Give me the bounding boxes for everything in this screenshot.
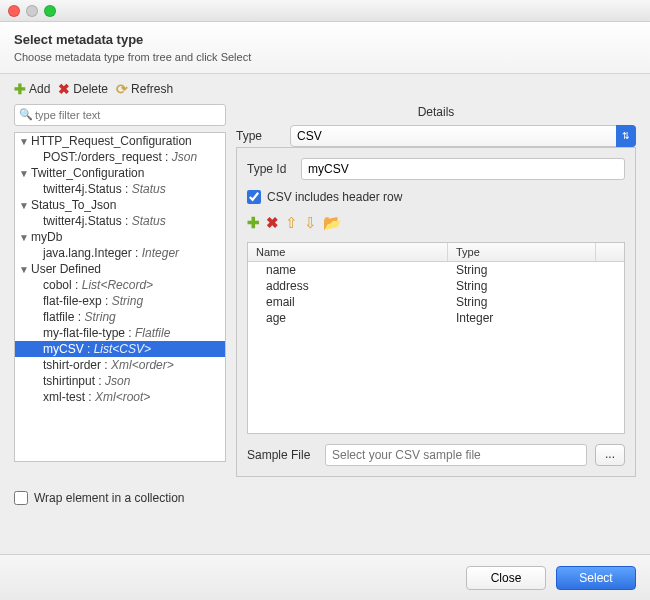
add-button[interactable]: ✚ Add [14, 82, 50, 96]
tree-item-type: List<Record> [82, 278, 153, 292]
tree-group-label: User Defined [31, 262, 101, 276]
tree-item-type: Integer [142, 246, 179, 260]
tree-item-name: tshirt-order [43, 358, 101, 372]
tree-item[interactable]: cobol : List<Record> [15, 277, 225, 293]
x-icon: ✖ [58, 82, 70, 96]
tree-item-name: twitter4j.Status [43, 182, 122, 196]
tree-item-type: String [84, 310, 115, 324]
sample-file-input[interactable] [325, 444, 587, 466]
tree-group-label: HTTP_Request_Configuration [31, 134, 192, 148]
tree-group[interactable]: ▼Twitter_Configuration [15, 165, 225, 181]
tree-item[interactable]: flatfile : String [15, 309, 225, 325]
toolbar: ✚ Add ✖ Delete ⟳ Refresh [0, 74, 650, 104]
tree-item[interactable]: tshirt-order : Xml<order> [15, 357, 225, 373]
tree-item-name: java.lang.Integer [43, 246, 132, 260]
tree-item[interactable]: flat-file-exp : String [15, 293, 225, 309]
tree-item-type: Json [172, 150, 197, 164]
tree-item-name: cobol [43, 278, 72, 292]
tree-item[interactable]: java.lang.Integer : Integer [15, 245, 225, 261]
cell-name: name [248, 262, 448, 278]
csv-header-checkbox-input[interactable] [247, 190, 261, 204]
dialog-subtitle: Choose metadata type from tree and click… [14, 51, 636, 63]
type-select[interactable]: CSV [290, 125, 636, 147]
tree-item[interactable]: xml-test : Xml<root> [15, 389, 225, 405]
tree-item[interactable]: POST:/orders_request : Json [15, 149, 225, 165]
cell-name: age [248, 310, 448, 326]
tree-group-label: myDb [31, 230, 62, 244]
close-button[interactable]: Close [466, 566, 546, 590]
window-titlebar [0, 0, 650, 22]
tree-item-type: Flatfile [135, 326, 170, 340]
csv-header-checkbox[interactable]: CSV includes header row [247, 190, 625, 204]
dialog-footer: Close Select [0, 554, 650, 600]
window-close-icon[interactable] [8, 5, 20, 17]
tree-group-label: Status_To_Json [31, 198, 116, 212]
wrap-checkbox[interactable] [14, 491, 28, 505]
tree-group-label: Twitter_Configuration [31, 166, 144, 180]
sample-file-label: Sample File [247, 448, 317, 462]
select-button[interactable]: Select [556, 566, 636, 590]
details-heading: Details [236, 105, 636, 119]
disclosure-icon: ▼ [19, 168, 29, 179]
delete-button-label: Delete [73, 82, 108, 96]
tree-item-type: Status [132, 182, 166, 196]
tree-item[interactable]: twitter4j.Status : Status [15, 213, 225, 229]
typeid-input[interactable] [301, 158, 625, 180]
cell-name: address [248, 278, 448, 294]
tree-item[interactable]: tshirtinput : Json [15, 373, 225, 389]
tree-item-name: tshirtinput [43, 374, 95, 388]
disclosure-icon: ▼ [19, 136, 29, 147]
field-add-icon[interactable]: ✚ [247, 214, 260, 232]
disclosure-icon: ▼ [19, 200, 29, 211]
tree-item-type: Json [105, 374, 130, 388]
fields-table: Name Type nameStringaddressStringemailSt… [247, 242, 625, 434]
cell-type: String [448, 278, 624, 294]
tree-item-name: xml-test [43, 390, 85, 404]
cell-type: String [448, 294, 624, 310]
wrap-label: Wrap element in a collection [34, 491, 185, 505]
csv-header-label: CSV includes header row [267, 190, 402, 204]
tree-item-name: flatfile [43, 310, 74, 324]
typeid-label: Type Id [247, 162, 293, 176]
tree-item-type: List<CSV> [94, 342, 151, 356]
tree-group[interactable]: ▼myDb [15, 229, 225, 245]
tree-group[interactable]: ▼User Defined [15, 261, 225, 277]
table-row[interactable]: ageInteger [248, 310, 624, 326]
refresh-icon: ⟳ [116, 82, 128, 96]
table-row[interactable]: emailString [248, 294, 624, 310]
tree-item-type: Xml<order> [111, 358, 174, 372]
plus-icon: ✚ [14, 82, 26, 96]
tree-group[interactable]: ▼Status_To_Json [15, 197, 225, 213]
tree-item-name: my-flat-file-type [43, 326, 125, 340]
disclosure-icon: ▼ [19, 232, 29, 243]
metadata-tree[interactable]: ▼HTTP_Request_ConfigurationPOST:/orders_… [14, 132, 226, 462]
cell-name: email [248, 294, 448, 310]
col-name[interactable]: Name [248, 243, 448, 261]
field-down-icon[interactable]: ⇩ [304, 214, 317, 232]
tree-item-type: String [112, 294, 143, 308]
filter-input[interactable] [14, 104, 226, 126]
field-up-icon[interactable]: ⇧ [285, 214, 298, 232]
delete-button[interactable]: ✖ Delete [58, 82, 108, 96]
window-zoom-icon[interactable] [44, 5, 56, 17]
tree-item-name: POST:/orders_request [43, 150, 162, 164]
cell-type: Integer [448, 310, 624, 326]
tree-item[interactable]: twitter4j.Status : Status [15, 181, 225, 197]
tree-item[interactable]: my-flat-file-type : Flatfile [15, 325, 225, 341]
table-row[interactable]: nameString [248, 262, 624, 278]
tree-item-type: Status [132, 214, 166, 228]
tree-item-type: Xml<root> [95, 390, 150, 404]
browse-button[interactable]: ... [595, 444, 625, 466]
table-row[interactable]: addressString [248, 278, 624, 294]
search-icon: 🔍 [19, 108, 33, 121]
refresh-button[interactable]: ⟳ Refresh [116, 82, 173, 96]
col-type[interactable]: Type [448, 243, 596, 261]
field-delete-icon[interactable]: ✖ [266, 214, 279, 232]
tree-item-name: flat-file-exp [43, 294, 102, 308]
tree-group[interactable]: ▼HTTP_Request_Configuration [15, 133, 225, 149]
type-label: Type [236, 129, 282, 143]
folder-open-icon[interactable]: 📂 [323, 214, 342, 232]
tree-item[interactable]: myCSV : List<CSV> [15, 341, 225, 357]
dialog-title: Select metadata type [14, 32, 636, 47]
tree-item-name: myCSV [43, 342, 84, 356]
